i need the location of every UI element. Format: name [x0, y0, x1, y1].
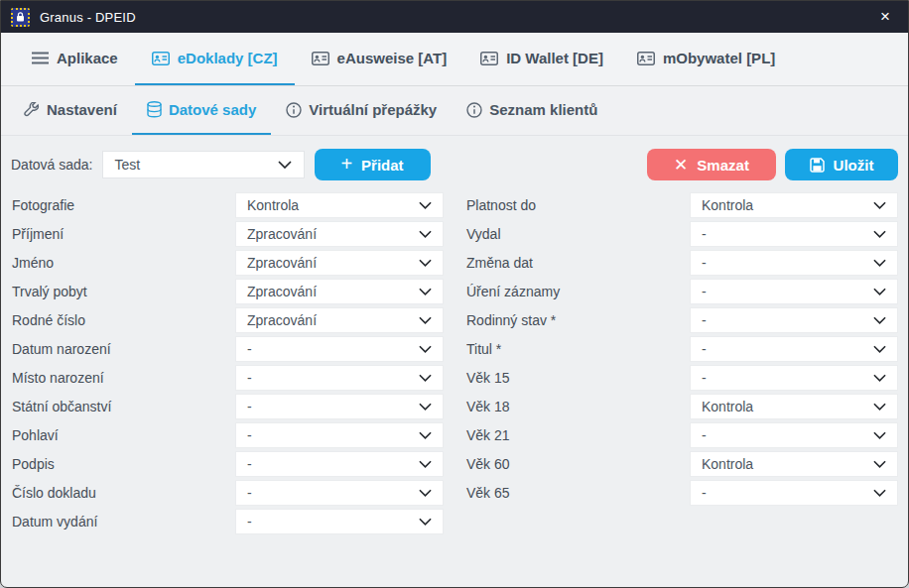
select-vek-60[interactable]: Kontrola: [690, 451, 898, 477]
form-row: Podpis-: [11, 449, 465, 478]
menu-icon: [32, 52, 49, 64]
select-value: Kontrola: [702, 399, 753, 414]
subtab-datove-sady[interactable]: Datové sady: [132, 86, 271, 135]
select-pohlavi[interactable]: -: [235, 422, 444, 448]
subtab-label: Nastavení: [47, 101, 117, 118]
select-datum-narozeni[interactable]: -: [235, 336, 444, 362]
tab-label: eDoklady [CZ]: [178, 50, 278, 66]
form-row: Datum vydání-: [11, 507, 465, 535]
add-button[interactable]: + Přidat: [315, 149, 431, 180]
select-statni-obcanstvi[interactable]: -: [235, 394, 444, 419]
subtab-seznam-klientu[interactable]: Seznam klientů: [452, 86, 612, 135]
id-card-icon: [637, 52, 655, 65]
tab-eausweise-at[interactable]: eAusweise [AT]: [295, 33, 464, 85]
x-icon: ✕: [674, 157, 688, 174]
tab-mobywatel-pl[interactable]: mObywatel [PL]: [620, 33, 792, 85]
subtab-nastaveni[interactable]: Nastavení: [9, 86, 132, 135]
field-label: Úření záznamy: [465, 284, 690, 299]
select-value: -: [247, 456, 252, 472]
field-label: Věk 21: [465, 427, 690, 443]
info-icon: [286, 102, 302, 118]
form-column-right: Platnost doKontrola Vydal- Změna dat- Úř…: [465, 190, 898, 507]
save-button[interactable]: Uložit: [785, 149, 898, 180]
form-row: Změna dat-: [465, 248, 898, 277]
form-row: Titul *-: [465, 334, 898, 363]
field-label: Datum narození: [11, 341, 235, 357]
save-button-label: Uložit: [834, 157, 874, 174]
field-label: Trvalý pobyt: [11, 284, 235, 299]
tab-aplikace[interactable]: Aplikace: [15, 33, 135, 85]
chevron-down-icon: [873, 431, 886, 439]
tab-edoklady-cz[interactable]: eDoklady [CZ]: [135, 33, 295, 85]
select-vek-15[interactable]: -: [690, 365, 898, 391]
select-value: Zpracování: [247, 255, 317, 271]
form-column-left: FotografieKontrola PříjmeníZpracování Jm…: [11, 190, 465, 535]
main-tab-bar: Aplikace eDoklady [CZ] eAusweise [AT] ID…: [1, 33, 908, 86]
database-icon: [147, 101, 162, 118]
chevron-down-icon: [419, 316, 432, 324]
delete-button[interactable]: ✕ Smazat: [647, 149, 776, 180]
select-vek-21[interactable]: -: [690, 422, 898, 448]
select-zmena-dat[interactable]: -: [690, 250, 898, 276]
subtab-label: Seznam klientů: [489, 101, 597, 118]
tab-id-wallet-de[interactable]: ID Wallet [DE]: [463, 33, 620, 85]
select-vydal[interactable]: -: [690, 221, 898, 247]
select-value: -: [702, 284, 707, 299]
app-logo-icon: [11, 8, 30, 27]
id-card-icon: [480, 52, 498, 65]
field-label: Platnost do: [465, 197, 690, 213]
form-row: FotografieKontrola: [11, 190, 465, 219]
select-value: -: [247, 485, 252, 501]
select-value: Zpracování: [247, 284, 317, 299]
select-trvaly-pobyt[interactable]: Zpracování: [235, 279, 444, 304]
save-icon: [810, 158, 825, 173]
field-label: Titul *: [465, 341, 690, 357]
field-label: Jméno: [11, 255, 235, 271]
select-fotografie[interactable]: Kontrola: [235, 192, 444, 218]
select-podpis[interactable]: -: [235, 451, 444, 477]
field-label: Změna dat: [465, 255, 690, 271]
select-rodinny-stav[interactable]: -: [690, 307, 898, 333]
chevron-down-icon: [873, 374, 886, 382]
wrench-icon: [24, 102, 40, 118]
dataset-select-value: Test: [115, 157, 141, 173]
select-titul[interactable]: -: [690, 336, 898, 362]
select-ureni-zaznamy[interactable]: -: [690, 279, 898, 304]
select-misto-narozeni[interactable]: -: [235, 365, 444, 391]
form-row: Věk 21-: [465, 420, 898, 449]
form-row: PříjmeníZpracování: [11, 219, 465, 248]
select-rodne-cislo[interactable]: Zpracování: [235, 307, 444, 333]
chevron-down-icon: [873, 230, 886, 238]
select-cislo-dokladu[interactable]: -: [235, 480, 444, 506]
form-row: Věk 65-: [465, 478, 898, 507]
field-label: Fotografie: [11, 197, 235, 213]
chevron-down-icon: [419, 518, 432, 526]
chevron-down-icon: [419, 288, 432, 295]
select-value: Kontrola: [247, 197, 299, 213]
subtab-virtualni-prepazky[interactable]: Virtuální přepážky: [271, 86, 452, 135]
chevron-down-icon: [278, 161, 292, 169]
select-value: -: [702, 370, 707, 386]
chevron-down-icon: [873, 460, 886, 468]
chevron-down-icon: [419, 489, 432, 497]
field-label: Rodné číslo: [11, 312, 235, 328]
select-platnost-do[interactable]: Kontrola: [690, 192, 898, 218]
select-jmeno[interactable]: Zpracování: [235, 250, 444, 276]
select-value: -: [702, 255, 707, 271]
tab-label: ID Wallet [DE]: [506, 50, 603, 66]
field-label: Číslo dokladu: [11, 485, 235, 501]
select-vek-65[interactable]: -: [690, 480, 898, 506]
chevron-down-icon: [873, 403, 886, 411]
form-row: Rodinný stav *-: [465, 305, 898, 334]
select-vek-18[interactable]: Kontrola: [690, 394, 898, 419]
dataset-select[interactable]: Test: [102, 151, 305, 178]
close-button[interactable]: ×: [862, 1, 908, 33]
select-prijmeni[interactable]: Zpracování: [235, 221, 444, 247]
chevron-down-icon: [419, 230, 432, 238]
padlock-icon: [16, 12, 25, 22]
field-label: Příjmení: [11, 226, 235, 242]
select-datum-vydani[interactable]: -: [235, 509, 444, 534]
select-value: Zpracování: [247, 312, 317, 328]
form-row: Úření záznamy-: [465, 277, 898, 305]
form-row: Číslo dokladu-: [11, 478, 465, 507]
